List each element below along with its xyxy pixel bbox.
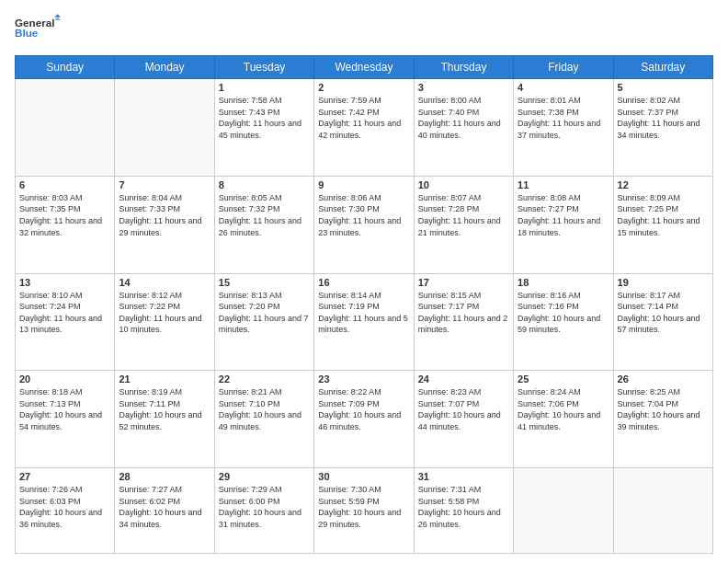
- day-info: Sunrise: 8:21 AMSunset: 7:10 PMDaylight:…: [219, 386, 310, 432]
- day-info: Sunrise: 8:17 AMSunset: 7:14 PMDaylight:…: [618, 290, 709, 336]
- day-info: Sunrise: 8:05 AMSunset: 7:32 PMDaylight:…: [219, 192, 310, 238]
- day-info: Sunrise: 8:18 AMSunset: 7:13 PMDaylight:…: [19, 386, 110, 432]
- calendar-cell: 19 Sunrise: 8:17 AMSunset: 7:14 PMDaylig…: [613, 273, 712, 371]
- weekday-header-thursday: Thursday: [414, 56, 513, 79]
- day-number: 24: [418, 373, 509, 385]
- day-info: Sunrise: 8:25 AMSunset: 7:04 PMDaylight:…: [618, 386, 709, 432]
- day-number: 8: [219, 179, 310, 190]
- day-info: Sunrise: 8:14 AMSunset: 7:19 PMDaylight:…: [318, 290, 409, 336]
- day-number: 14: [119, 277, 210, 288]
- logo-svg: General Blue: [15, 11, 61, 48]
- calendar-cell: 20 Sunrise: 8:18 AMSunset: 7:13 PMDaylig…: [16, 371, 115, 468]
- day-number: 27: [19, 471, 110, 482]
- calendar-cell: 30 Sunrise: 7:30 AMSunset: 5:59 PMDaylig…: [314, 468, 414, 554]
- day-info: Sunrise: 7:58 AMSunset: 7:43 PMDaylight:…: [219, 95, 310, 141]
- calendar-table: SundayMondayTuesdayWednesdayThursdayFrid…: [15, 55, 713, 554]
- day-info: Sunrise: 7:59 AMSunset: 7:42 PMDaylight:…: [318, 95, 409, 141]
- day-number: 22: [219, 373, 310, 385]
- day-number: 31: [418, 471, 509, 482]
- day-number: 2: [318, 82, 409, 93]
- calendar-cell: 13 Sunrise: 8:10 AMSunset: 7:24 PMDaylig…: [16, 273, 115, 371]
- day-number: 6: [19, 179, 110, 190]
- day-number: 4: [518, 82, 609, 93]
- calendar-cell: [16, 79, 115, 177]
- day-number: 16: [318, 277, 409, 288]
- calendar-cell: 12 Sunrise: 8:09 AMSunset: 7:25 PMDaylig…: [613, 176, 712, 273]
- day-number: 7: [119, 179, 210, 190]
- calendar-cell: [514, 468, 613, 554]
- calendar-week-2: 6 Sunrise: 8:03 AMSunset: 7:35 PMDayligh…: [16, 176, 713, 273]
- calendar-cell: 11 Sunrise: 8:08 AMSunset: 7:27 PMDaylig…: [514, 176, 613, 273]
- day-info: Sunrise: 8:08 AMSunset: 7:27 PMDaylight:…: [518, 192, 609, 238]
- calendar-cell: 8 Sunrise: 8:05 AMSunset: 7:32 PMDayligh…: [214, 176, 313, 273]
- day-info: Sunrise: 7:31 AMSunset: 5:58 PMDaylight:…: [418, 484, 509, 530]
- day-number: 1: [219, 82, 310, 93]
- calendar-cell: 17 Sunrise: 8:15 AMSunset: 7:17 PMDaylig…: [414, 273, 513, 371]
- day-info: Sunrise: 8:00 AMSunset: 7:40 PMDaylight:…: [418, 95, 509, 141]
- weekday-header-sunday: Sunday: [16, 56, 115, 79]
- day-info: Sunrise: 8:02 AMSunset: 7:37 PMDaylight:…: [618, 95, 709, 141]
- calendar-cell: 22 Sunrise: 8:21 AMSunset: 7:10 PMDaylig…: [214, 371, 313, 468]
- day-number: 5: [618, 82, 709, 93]
- svg-marker-3: [54, 17, 61, 20]
- day-number: 28: [119, 471, 210, 482]
- calendar-week-1: 1 Sunrise: 7:58 AMSunset: 7:43 PMDayligh…: [16, 79, 713, 177]
- day-number: 29: [219, 471, 310, 482]
- day-number: 13: [19, 277, 110, 288]
- day-number: 11: [518, 179, 609, 190]
- day-number: 25: [518, 373, 609, 385]
- day-info: Sunrise: 8:15 AMSunset: 7:17 PMDaylight:…: [418, 290, 509, 336]
- svg-text:Blue: Blue: [15, 27, 39, 39]
- calendar-cell: 1 Sunrise: 7:58 AMSunset: 7:43 PMDayligh…: [214, 79, 313, 177]
- calendar-cell: [613, 468, 712, 554]
- day-number: 30: [318, 471, 409, 482]
- day-number: 15: [219, 277, 310, 288]
- calendar-cell: 16 Sunrise: 8:14 AMSunset: 7:19 PMDaylig…: [314, 273, 414, 371]
- day-info: Sunrise: 8:01 AMSunset: 7:38 PMDaylight:…: [518, 95, 609, 141]
- weekday-header-row: SundayMondayTuesdayWednesdayThursdayFrid…: [16, 56, 713, 79]
- calendar-cell: 6 Sunrise: 8:03 AMSunset: 7:35 PMDayligh…: [16, 176, 115, 273]
- calendar-cell: 21 Sunrise: 8:19 AMSunset: 7:11 PMDaylig…: [115, 371, 214, 468]
- calendar-cell: 25 Sunrise: 8:24 AMSunset: 7:06 PMDaylig…: [514, 371, 613, 468]
- day-info: Sunrise: 8:06 AMSunset: 7:30 PMDaylight:…: [318, 192, 409, 238]
- day-info: Sunrise: 8:23 AMSunset: 7:07 PMDaylight:…: [418, 386, 509, 432]
- calendar-cell: 4 Sunrise: 8:01 AMSunset: 7:38 PMDayligh…: [514, 79, 613, 177]
- calendar-cell: 24 Sunrise: 8:23 AMSunset: 7:07 PMDaylig…: [414, 371, 513, 468]
- calendar-week-3: 13 Sunrise: 8:10 AMSunset: 7:24 PMDaylig…: [16, 273, 713, 371]
- day-number: 20: [19, 373, 110, 385]
- weekday-header-friday: Friday: [514, 56, 613, 79]
- day-info: Sunrise: 8:04 AMSunset: 7:33 PMDaylight:…: [119, 192, 210, 238]
- day-info: Sunrise: 7:26 AMSunset: 6:03 PMDaylight:…: [19, 484, 110, 530]
- day-number: 3: [418, 82, 509, 93]
- day-info: Sunrise: 8:24 AMSunset: 7:06 PMDaylight:…: [518, 386, 609, 432]
- day-info: Sunrise: 8:07 AMSunset: 7:28 PMDaylight:…: [418, 192, 509, 238]
- calendar-cell: 14 Sunrise: 8:12 AMSunset: 7:22 PMDaylig…: [115, 273, 214, 371]
- day-info: Sunrise: 8:10 AMSunset: 7:24 PMDaylight:…: [19, 290, 110, 336]
- calendar-cell: 18 Sunrise: 8:16 AMSunset: 7:16 PMDaylig…: [514, 273, 613, 371]
- calendar-cell: 28 Sunrise: 7:27 AMSunset: 6:02 PMDaylig…: [115, 468, 214, 554]
- calendar-cell: 27 Sunrise: 7:26 AMSunset: 6:03 PMDaylig…: [16, 468, 115, 554]
- day-info: Sunrise: 8:22 AMSunset: 7:09 PMDaylight:…: [318, 386, 409, 432]
- day-info: Sunrise: 8:16 AMSunset: 7:16 PMDaylight:…: [518, 290, 609, 336]
- day-number: 19: [618, 277, 709, 288]
- day-number: 9: [318, 179, 409, 190]
- day-info: Sunrise: 8:19 AMSunset: 7:11 PMDaylight:…: [119, 386, 210, 432]
- calendar-cell: 29 Sunrise: 7:29 AMSunset: 6:00 PMDaylig…: [214, 468, 313, 554]
- day-info: Sunrise: 7:30 AMSunset: 5:59 PMDaylight:…: [318, 484, 409, 530]
- calendar-cell: 3 Sunrise: 8:00 AMSunset: 7:40 PMDayligh…: [414, 79, 513, 177]
- calendar-cell: 5 Sunrise: 8:02 AMSunset: 7:37 PMDayligh…: [613, 79, 712, 177]
- weekday-header-tuesday: Tuesday: [214, 56, 313, 79]
- day-info: Sunrise: 8:03 AMSunset: 7:35 PMDaylight:…: [19, 192, 110, 238]
- calendar-cell: 10 Sunrise: 8:07 AMSunset: 7:28 PMDaylig…: [414, 176, 513, 273]
- calendar-cell: 7 Sunrise: 8:04 AMSunset: 7:33 PMDayligh…: [115, 176, 214, 273]
- weekday-header-monday: Monday: [115, 56, 214, 79]
- svg-marker-2: [54, 14, 61, 17]
- header: General Blue: [15, 11, 713, 48]
- day-number: 23: [318, 373, 409, 385]
- day-number: 18: [518, 277, 609, 288]
- weekday-header-wednesday: Wednesday: [314, 56, 414, 79]
- calendar-week-5: 27 Sunrise: 7:26 AMSunset: 6:03 PMDaylig…: [16, 468, 713, 554]
- day-number: 26: [618, 373, 709, 385]
- calendar-cell: 2 Sunrise: 7:59 AMSunset: 7:42 PMDayligh…: [314, 79, 414, 177]
- calendar-cell: 15 Sunrise: 8:13 AMSunset: 7:20 PMDaylig…: [214, 273, 313, 371]
